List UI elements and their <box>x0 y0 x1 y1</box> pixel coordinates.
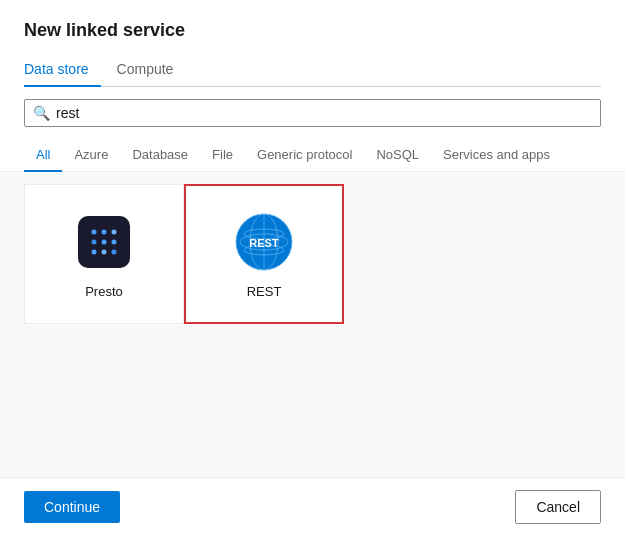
footer: Continue Cancel <box>0 477 625 536</box>
dialog-header: New linked service Data store Compute <box>0 0 625 99</box>
tiles-grid: Presto <box>24 184 601 324</box>
search-icon: 🔍 <box>33 105 50 121</box>
svg-point-0 <box>92 229 97 234</box>
search-input[interactable] <box>56 105 592 121</box>
filter-tab-nosql[interactable]: NoSQL <box>364 139 431 172</box>
filter-tab-all[interactable]: All <box>24 139 62 172</box>
content-area: Presto <box>0 172 625 477</box>
filter-tabs-row: All Azure Database File Generic protocol… <box>0 139 625 172</box>
main-tabs: Data store Compute <box>24 53 601 87</box>
filter-tab-generic-protocol[interactable]: Generic protocol <box>245 139 364 172</box>
presto-icon <box>72 210 136 274</box>
svg-text:REST: REST <box>249 237 279 249</box>
svg-point-1 <box>102 229 107 234</box>
new-linked-service-dialog: New linked service Data store Compute 🔍 … <box>0 0 625 536</box>
tile-presto[interactable]: Presto <box>24 184 184 324</box>
cancel-button[interactable]: Cancel <box>515 490 601 524</box>
svg-point-4 <box>102 239 107 244</box>
filter-tab-file[interactable]: File <box>200 139 245 172</box>
svg-point-6 <box>92 249 97 254</box>
filter-tab-database[interactable]: Database <box>120 139 200 172</box>
filter-tab-services-and-apps[interactable]: Services and apps <box>431 139 562 172</box>
filter-tab-azure[interactable]: Azure <box>62 139 120 172</box>
rest-icon: REST <box>232 210 296 274</box>
tile-rest[interactable]: REST REST <box>184 184 344 324</box>
search-row: 🔍 <box>0 99 625 139</box>
tab-data-store[interactable]: Data store <box>24 53 101 87</box>
svg-point-3 <box>92 239 97 244</box>
tile-rest-label: REST <box>247 284 282 299</box>
svg-point-5 <box>112 239 117 244</box>
search-box: 🔍 <box>24 99 601 127</box>
tile-presto-label: Presto <box>85 284 123 299</box>
svg-point-2 <box>112 229 117 234</box>
tab-compute[interactable]: Compute <box>117 53 186 87</box>
svg-point-7 <box>102 249 107 254</box>
continue-button[interactable]: Continue <box>24 491 120 523</box>
svg-point-8 <box>112 249 117 254</box>
dialog-title: New linked service <box>24 20 601 41</box>
